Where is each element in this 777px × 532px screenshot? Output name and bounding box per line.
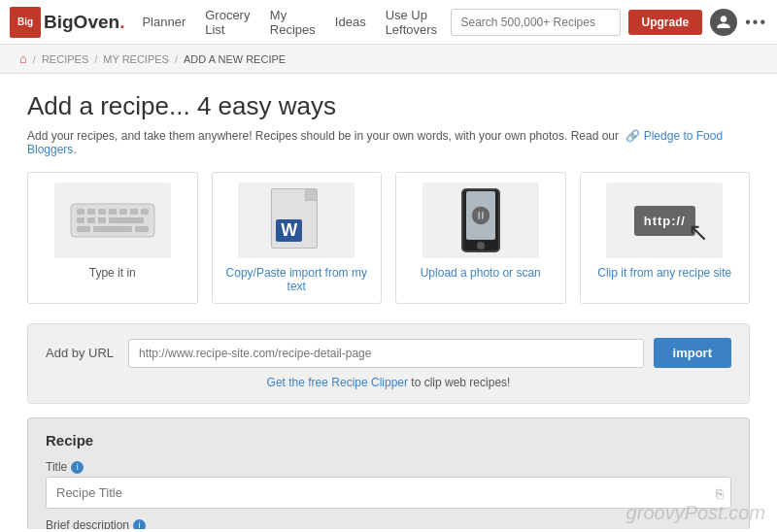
svg-rect-3 bbox=[98, 209, 106, 215]
svg-rect-11 bbox=[109, 217, 144, 223]
desc-info-icon: i bbox=[133, 519, 146, 530]
add-by-url-section: Add by URL import Get the free Recipe Cl… bbox=[27, 323, 750, 404]
svg-rect-2 bbox=[87, 209, 95, 215]
pledge-icon: 🔗 bbox=[625, 129, 640, 143]
clipper-link[interactable]: Get the free Recipe Clipper bbox=[267, 376, 408, 389]
svg-rect-4 bbox=[109, 209, 117, 215]
nav-link-planner[interactable]: Planner bbox=[142, 15, 186, 29]
page-title: Add a recipe... 4 easy ways bbox=[27, 91, 750, 121]
option-upload-photo[interactable]: Upload a photo or scan bbox=[395, 172, 566, 304]
breadcrumb-sep-3: / bbox=[175, 53, 178, 65]
breadcrumb-sep-1: / bbox=[33, 53, 36, 65]
breadcrumb-recipes[interactable]: RECIPES bbox=[42, 53, 88, 65]
add-url-label: Add by URL bbox=[46, 346, 118, 360]
svg-rect-1 bbox=[77, 209, 84, 215]
copy-paste-label: Copy/Paste import from my text bbox=[222, 266, 372, 293]
breadcrumb-current: ADD A NEW RECIPE bbox=[184, 53, 286, 65]
more-options-icon[interactable]: ••• bbox=[745, 14, 767, 31]
breadcrumb-my-recipes[interactable]: MY RECIPES bbox=[103, 53, 169, 65]
type-it-in-label: Type it in bbox=[89, 266, 136, 280]
svg-rect-9 bbox=[87, 217, 95, 223]
svg-rect-13 bbox=[93, 226, 132, 232]
recipe-form-section: Recipe Title i ⎘ Brief description i bbox=[27, 417, 750, 529]
clipper-text: Get the free Recipe Clipper to clip web … bbox=[46, 376, 731, 389]
desc-label: Brief description i bbox=[46, 518, 731, 529]
nav-link-grocery-list[interactable]: Grocery List bbox=[205, 8, 251, 37]
import-button[interactable]: import bbox=[654, 338, 731, 368]
svg-rect-14 bbox=[135, 226, 149, 232]
nav-search-wrapper: Upgrade ••• bbox=[451, 9, 768, 36]
upgrade-button[interactable]: Upgrade bbox=[628, 10, 703, 35]
option-type-it-in[interactable]: Type it in bbox=[27, 172, 198, 304]
svg-rect-12 bbox=[77, 226, 90, 232]
copy-paste-image: W bbox=[238, 183, 355, 258]
search-input[interactable] bbox=[451, 9, 621, 36]
svg-rect-8 bbox=[77, 217, 84, 223]
title-label: Title i bbox=[46, 460, 731, 474]
nav-link-my-recipes[interactable]: My Recipes bbox=[270, 8, 316, 37]
description-field: Brief description i bbox=[46, 518, 731, 529]
options-grid: Type it in W Copy/Paste import from my t… bbox=[27, 172, 750, 304]
upload-photo-image bbox=[422, 183, 539, 258]
nav-link-use-up-leftovers[interactable]: Use Up Leftovers bbox=[386, 8, 451, 37]
nav-link-ideas[interactable]: Ideas bbox=[335, 15, 366, 29]
page-subtitle: Add your recipes, and take them anywhere… bbox=[27, 129, 750, 156]
user-avatar[interactable] bbox=[710, 9, 737, 36]
add-url-row: Add by URL import bbox=[46, 338, 731, 368]
recipe-section-title: Recipe bbox=[46, 432, 731, 449]
svg-rect-5 bbox=[119, 209, 127, 215]
main-content: Add a recipe... 4 easy ways Add your rec… bbox=[0, 74, 777, 529]
navbar: Big BigOven. Planner Grocery List My Rec… bbox=[0, 0, 777, 45]
title-field: Title i ⎘ bbox=[46, 460, 731, 509]
home-icon[interactable]: ⌂ bbox=[19, 51, 27, 66]
option-clip-it[interactable]: http:// ↖ Clip it from any recipe site bbox=[580, 172, 751, 304]
breadcrumb: ⌂ / RECIPES / MY RECIPES / ADD A NEW REC… bbox=[0, 45, 777, 74]
clip-it-label: Clip it from any recipe site bbox=[597, 266, 731, 280]
type-it-in-image bbox=[54, 183, 171, 258]
recipe-title-input[interactable] bbox=[46, 477, 731, 509]
nav-links: Planner Grocery List My Recipes Ideas Us… bbox=[142, 8, 450, 37]
logo[interactable]: Big BigOven. bbox=[10, 7, 124, 38]
copy-icon: ⎘ bbox=[716, 485, 724, 500]
svg-rect-10 bbox=[98, 217, 106, 223]
option-copy-paste[interactable]: W Copy/Paste import from my text bbox=[212, 172, 383, 304]
title-info-icon: i bbox=[71, 461, 84, 474]
clip-it-image: http:// ↖ bbox=[606, 183, 723, 258]
breadcrumb-sep-2: / bbox=[94, 53, 97, 65]
svg-rect-6 bbox=[130, 209, 138, 215]
svg-rect-7 bbox=[141, 209, 149, 215]
logo-text: BigOven. bbox=[44, 12, 124, 33]
upload-photo-label: Upload a photo or scan bbox=[421, 266, 541, 280]
url-input[interactable] bbox=[128, 339, 644, 368]
